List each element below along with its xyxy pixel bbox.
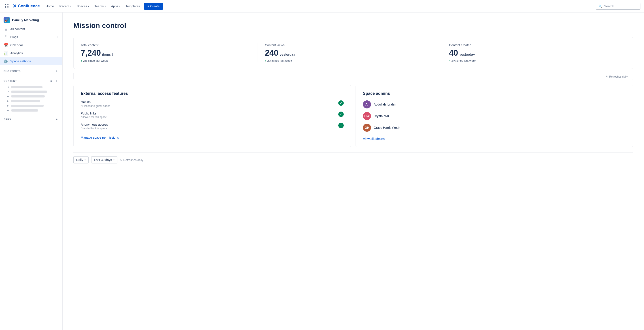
nav-templates[interactable]: Templates [124,3,142,10]
check-icon-public-links: ✓ [338,112,344,117]
search-box[interactable]: 🔍 Search [596,3,640,10]
admin-name-1: Crystal Wu [374,114,389,118]
tree-item[interactable]: ▶ [5,98,60,103]
logo-text: Confluence [18,4,40,8]
admin-name-0: Abdullah Ibrahim [374,102,397,106]
external-access-title: External access features [81,91,344,96]
stat-content-created-number: 40 [449,48,458,58]
chevron-down-icon: ▾ [84,159,86,161]
admin-avatar-2: GH [363,124,371,132]
external-access-card: External access features Guests At least… [73,85,351,147]
chevron-down-icon: ▾ [70,5,71,8]
sidebar-item-space-settings[interactable]: ⚙️ Space settings [0,57,62,65]
admin-avatar-0: AI [363,100,371,108]
access-item-anonymous: Anonymous access Enabled for this space … [81,123,344,130]
settings-icon: ⚙️ [4,59,8,64]
nav-home[interactable]: Home [44,3,56,10]
admin-item-0: AI Abdullah Ibrahim [363,100,626,108]
sidebar-item-blogs[interactable]: " Blogs + [0,33,62,41]
stat-content-views: Content views 240 yesterday ↑ 2% since l… [258,43,442,62]
nav-apps[interactable]: Apps ▾ [109,3,122,10]
stat-content-views-trend: ↑ 2% since last week [265,59,435,62]
page-title: Mission control [73,22,633,30]
check-icon-anonymous: ✓ [338,123,344,128]
stat-total-content-label: Total content [81,43,250,47]
search-icon: 🔍 [598,4,602,8]
stat-total-content: Total content 7,240 items ℹ ↑ 2% since l… [81,43,258,62]
trend-up-icon: ↑ [265,59,266,62]
stats-card: Total content 7,240 items ℹ ↑ 2% since l… [73,37,633,69]
shortcuts-label: SHORTCUTS [4,70,20,72]
bottom-toolbar: Daily ▾ Last 30 days ▾ ↻ Refreshes daily [73,152,633,167]
chevron-right-icon: ▶ [7,100,10,102]
stat-total-content-trend: ↑ 2% since last week [81,59,250,62]
logo[interactable]: ✕ Confluence [12,3,40,9]
stat-content-created-trend: ↑ 2% since last week [449,59,619,62]
daily-dropdown[interactable]: Daily ▾ [73,156,88,164]
access-item-public-links: Public links Allowed for this space ✓ [81,112,344,119]
space-admins-card: Space admins AI Abdullah Ibrahim CW Crys… [356,85,633,147]
manage-space-permissions-link[interactable]: Manage space permissions [81,136,119,139]
create-button[interactable]: + Create [144,3,163,10]
main-content: Mission control Total content 7,240 item… [62,12,644,330]
tree-bullet-icon [8,86,9,88]
tree-item[interactable] [5,85,60,90]
content-section-header: CONTENT ≡ + [0,77,62,85]
nav-recent[interactable]: Recent ▾ [57,3,73,10]
tree-bar [11,100,40,102]
chevron-right-icon: ▶ [7,95,10,98]
add-content-icon[interactable]: + [54,79,59,83]
confluence-logo-icon: ✕ [12,3,16,9]
tree-bar [11,86,42,88]
anonymous-access-label: Anonymous access [81,123,338,126]
stat-content-views-label: Content views [265,43,435,47]
chevron-down-icon: ▾ [88,5,89,8]
top-navigation: ✕ Confluence Home Recent ▾ Spaces ▾ Team… [0,0,644,12]
check-icon-guests: ✓ [338,100,344,106]
chevron-down-icon: ▾ [105,5,106,8]
tree-bar [11,95,45,98]
add-app-icon[interactable]: + [54,117,59,122]
anonymous-access-desc: Enabled for this space [81,127,338,130]
chevron-down-icon: ▾ [119,5,120,8]
nav-teams[interactable]: Teams ▾ [92,3,108,10]
date-range-dropdown[interactable]: Last 30 days ▾ [91,156,117,164]
add-blog-icon[interactable]: + [57,35,59,39]
content-tree: ▶ ▶ ▶ ▶ [0,85,62,113]
shortcuts-section-header: SHORTCUTS + [0,67,62,75]
stat-total-content-number: 7,240 [81,48,101,58]
guests-desc: At least one guest added [81,104,338,108]
sidebar-item-calendar[interactable]: 📅 Calendar [0,41,62,49]
quote-icon: " [4,35,8,39]
tree-item[interactable]: ▶ [5,103,60,108]
admin-name-2: Grace Harris (You) [374,126,400,130]
guests-label: Guests [81,100,338,104]
public-links-label: Public links [81,112,338,115]
sidebar-item-all-content[interactable]: ⊞ All content [0,25,62,33]
info-icon[interactable]: ℹ [112,53,113,56]
tree-item[interactable]: ▶ [5,94,60,98]
calendar-icon: 📅 [4,43,8,48]
view-all-admins-link[interactable]: View all admins [363,137,384,141]
tree-item[interactable] [5,90,60,94]
refresh-icon: ↻ [120,158,122,162]
admin-avatar-1: CW [363,112,371,120]
tree-item[interactable]: ▶ [5,108,60,113]
admin-item-2: GH Grace Harris (You) [363,124,626,132]
admin-item-1: CW Crystal Wu [363,112,626,120]
nav-spaces[interactable]: Spaces ▾ [74,3,92,10]
chevron-right-icon: ▶ [7,104,10,107]
refresh-icon: ↻ [606,75,608,78]
chevron-right-icon: ▶ [7,109,10,112]
space-icon: 🚀 [4,17,10,23]
tree-bar [11,90,47,93]
filter-content-icon[interactable]: ≡ [49,79,54,83]
stat-content-created: Content created 40 yesterday ↑ 2% since … [442,43,626,62]
space-name: Banc.ly Marketing [12,18,39,22]
sidebar-space-header[interactable]: 🚀 Banc.ly Marketing [0,15,62,25]
stats-refresh-footer: ↻ Refreshes daily [73,73,633,80]
stat-content-views-unit: yesterday [280,52,295,56]
add-shortcut-icon[interactable]: + [54,69,59,73]
sidebar-item-analytics[interactable]: 📊 Analytics [0,49,62,57]
grid-menu-icon[interactable] [4,3,11,10]
